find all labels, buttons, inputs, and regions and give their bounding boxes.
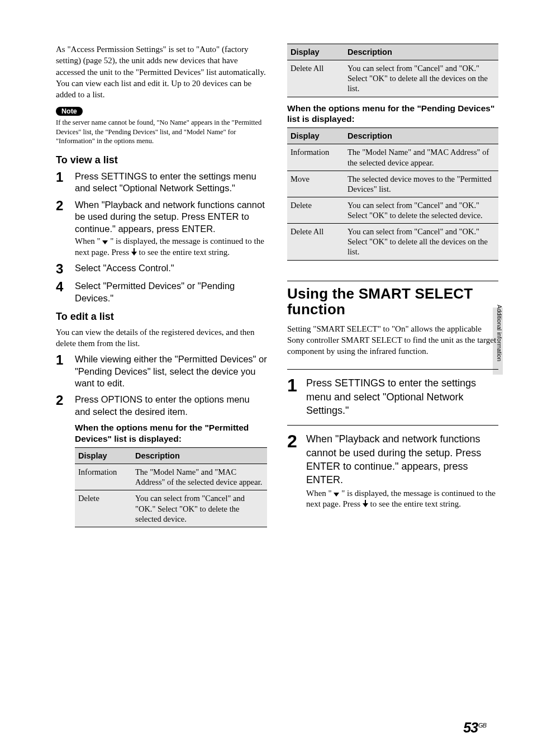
view-step-1: 1 Press SETTINGS to enter the settings m… xyxy=(56,171,267,195)
step-number: 1 xyxy=(287,376,298,417)
heading-smart-select: Using the SMART SELECT function xyxy=(287,286,498,318)
step-number: 2 xyxy=(287,432,298,509)
cell-display: Delete All xyxy=(287,224,344,260)
edit-step-1: 1 While viewing either the "Permitted De… xyxy=(56,353,267,389)
down-triangle-icon xyxy=(102,240,108,244)
step-text: While viewing either the "Permitted Devi… xyxy=(75,353,267,389)
left-column: As "Access Permission Settings" is set t… xyxy=(56,44,267,531)
side-tab-label: Additional information xyxy=(492,291,503,375)
step-divider xyxy=(287,369,498,370)
table-row: Information The "Model Name" and "MAC Ad… xyxy=(75,464,267,490)
step-text: When "Playback and network functions can… xyxy=(75,199,267,235)
step-text: Select "Permitted Devices" or "Pending D… xyxy=(75,280,267,304)
cell-display: Move xyxy=(287,171,344,197)
down-arrow-icon xyxy=(131,248,137,256)
page-number: 53GB xyxy=(463,720,486,736)
table-header-row: Display Description xyxy=(75,448,267,464)
cell-display: Delete xyxy=(287,197,344,223)
note-text: If the server name cannot be found, "No … xyxy=(56,118,267,145)
down-arrow-icon xyxy=(363,500,368,508)
edit-intro: You can view the details of the register… xyxy=(56,327,267,349)
cell-display: Delete All xyxy=(287,60,344,97)
cell-display: Information xyxy=(75,464,132,490)
cell-description: The selected device moves to the "Permit… xyxy=(344,171,498,197)
step-detail: When " " is displayed, the message is co… xyxy=(306,488,498,510)
smart-step-1: 1 Press SETTINGS to enter the settings m… xyxy=(287,376,498,417)
table-caption-pending: When the options menu for the "Pending D… xyxy=(287,103,498,125)
step-text: Press SETTINGS to enter the settings men… xyxy=(75,171,267,195)
heading-edit-list: To edit a list xyxy=(56,311,267,323)
table-row: Delete You can select from "Cancel" and … xyxy=(75,490,267,527)
col-description: Description xyxy=(132,448,267,464)
step-text: Press SETTINGS to enter the settings men… xyxy=(306,376,498,417)
col-display: Display xyxy=(287,128,344,144)
cell-description: You can select from "Cancel" and "OK." S… xyxy=(344,197,498,223)
cell-description: You can select from "Cancel" and "OK." S… xyxy=(344,224,498,260)
pending-options-table: Display Description Information The "Mod… xyxy=(287,127,498,260)
intro-paragraph: As "Access Permission Settings" is set t… xyxy=(56,44,267,100)
cell-display: Delete xyxy=(75,490,132,527)
step-detail: When " " is displayed, the message is co… xyxy=(75,236,267,258)
cell-description: You can select from "Cancel" and "OK." S… xyxy=(132,490,267,527)
smart-step-2: 2 When "Playback and network functions c… xyxy=(287,432,498,509)
col-description: Description xyxy=(344,44,498,60)
section-divider xyxy=(287,281,498,281)
smart-select-intro: Setting "SMART SELECT" to "On" allows th… xyxy=(287,323,498,357)
col-display: Display xyxy=(287,44,344,60)
step-text: Press OPTIONS to enter the options menu … xyxy=(75,394,267,418)
table-row: Information The "Model Name" and "MAC Ad… xyxy=(287,144,498,171)
cell-description: The "Model Name" and "MAC Address" of th… xyxy=(132,464,267,490)
down-triangle-icon xyxy=(334,493,339,497)
step-number: 1 xyxy=(56,171,67,195)
heading-view-list: To view a list xyxy=(56,154,267,166)
cell-description: You can select from "Cancel" and "OK." S… xyxy=(344,60,498,97)
table-row: Delete All You can select from "Cancel" … xyxy=(287,224,498,260)
note-badge: Note xyxy=(56,107,83,116)
step-number: 1 xyxy=(56,353,67,389)
table-row: Move The selected device moves to the "P… xyxy=(287,171,498,197)
step-number: 2 xyxy=(56,199,67,258)
step-text: When "Playback and network functions can… xyxy=(306,432,498,486)
view-step-2: 2 When "Playback and network functions c… xyxy=(56,199,267,258)
table-header-row: Display Description xyxy=(287,128,498,144)
step-number: 2 xyxy=(56,394,67,418)
cell-display: Information xyxy=(287,144,344,171)
table-caption-permitted: When the options menu for the "Permitted… xyxy=(75,422,267,444)
cell-description: The "Model Name" and "MAC Address" of th… xyxy=(344,144,498,171)
right-column: Display Description Delete All You can s… xyxy=(287,44,498,531)
step-number: 4 xyxy=(56,280,67,304)
col-description: Description xyxy=(344,128,498,144)
view-step-3: 3 Select "Access Control." xyxy=(56,262,267,276)
table-header-row: Display Description xyxy=(287,44,498,60)
view-step-4: 4 Select "Permitted Devices" or "Pending… xyxy=(56,280,267,304)
step-number: 3 xyxy=(56,262,67,276)
col-display: Display xyxy=(75,448,132,464)
step-divider xyxy=(287,425,498,426)
permitted-options-table-continued: Display Description Delete All You can s… xyxy=(287,44,498,97)
permitted-options-table: Display Description Information The "Mod… xyxy=(75,447,267,527)
edit-step-2: 2 Press OPTIONS to enter the options men… xyxy=(56,394,267,418)
table-row: Delete All You can select from "Cancel" … xyxy=(287,60,498,97)
table-row: Delete You can select from "Cancel" and … xyxy=(287,197,498,223)
step-text: Select "Access Control." xyxy=(75,262,267,274)
